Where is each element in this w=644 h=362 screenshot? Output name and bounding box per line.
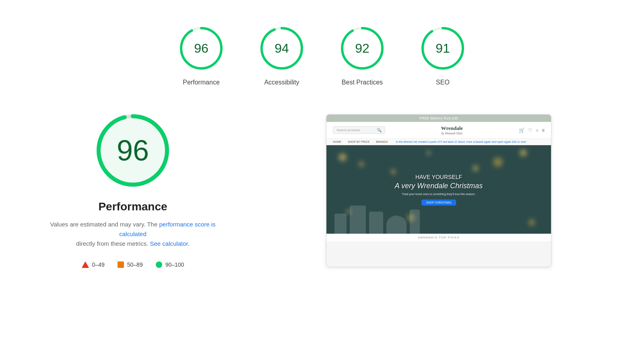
score-card-best-practices[interactable]: 92 Best Practices	[338, 24, 386, 86]
legend-high: 90–100	[156, 261, 184, 268]
score-value-seo: 91	[436, 41, 450, 56]
score-circle-best-practices: 92	[338, 24, 386, 72]
product-silhouettes	[326, 202, 551, 234]
site-icons: 🛒 ♡ ○ ≡	[519, 128, 545, 133]
product-item-4	[386, 216, 407, 234]
main-content: 96 Performance Values are estimated and …	[0, 86, 644, 268]
hero-cta-btn[interactable]: SHOP CHRISTMAS	[421, 200, 456, 206]
product-item-2	[350, 206, 366, 234]
bokeh-9	[427, 151, 430, 154]
site-logo-container: Wrendale by Hannah Dale	[441, 125, 463, 135]
site-logo-sub: by Hannah Dale	[441, 132, 463, 135]
cart-icon[interactable]: 🛒	[519, 128, 525, 133]
footer-label-text: HANNAH'S TOP PICKS	[418, 236, 459, 239]
product-item-3	[369, 212, 383, 234]
score-label-seo: SEO	[436, 79, 450, 86]
score-label-performance: Performance	[183, 79, 220, 86]
wishlist-icon[interactable]: ♡	[528, 128, 533, 133]
legend-mid: 50–89	[118, 261, 143, 268]
site-banner-text: FREE delivery from £30	[419, 116, 458, 120]
square-icon	[118, 261, 124, 268]
product-item-1	[334, 214, 347, 234]
hero-line1: HAVE YOURSELF	[415, 174, 462, 180]
nav-item-home[interactable]: HOME	[333, 140, 341, 143]
website-preview: FREE delivery from £30 Search products 🔍…	[326, 114, 551, 267]
site-banner: FREE delivery from £30	[326, 115, 551, 122]
legend-low: 0–49	[82, 261, 105, 268]
score-value-accessibility: 94	[275, 41, 289, 56]
legend-row: 0–49 50–89 90–100	[82, 261, 184, 268]
site-hero: HAVE YOURSELF A very Wrendale Christmas …	[326, 145, 551, 234]
score-circle-performance: 96	[177, 24, 225, 72]
bokeh-10	[473, 165, 479, 171]
legend-mid-range: 50–89	[127, 261, 143, 268]
site-search-placeholder: Search products	[336, 128, 360, 132]
hero-line2: A very	[395, 182, 415, 190]
score-label-best-practices: Best Practices	[342, 79, 383, 86]
search-icon: 🔍	[377, 128, 382, 132]
score-value-best-practices: 92	[355, 41, 369, 56]
bokeh-3	[520, 149, 527, 156]
score-label-accessibility: Accessibility	[264, 79, 299, 86]
menu-icon[interactable]: ≡	[542, 128, 545, 133]
account-icon[interactable]: ○	[536, 128, 539, 133]
big-score-circle: 96	[93, 110, 173, 191]
score-card-performance[interactable]: 96 Performance	[177, 24, 225, 86]
site-logo: Wrendale	[441, 125, 463, 132]
nav-item-brands[interactable]: BRANDS	[376, 140, 388, 143]
bokeh-4	[493, 157, 503, 167]
bokeh-2	[359, 161, 364, 167]
description-prefix: Values are estimated and may vary. The	[50, 221, 159, 228]
triangle-icon	[82, 261, 89, 268]
site-footer-label: HANNAH'S TOP PICKS	[326, 234, 551, 241]
right-panel: FREE delivery from £30 Search products 🔍…	[266, 110, 612, 267]
left-panel: 96 Performance Values are estimated and …	[32, 110, 233, 268]
bokeh-1	[339, 153, 347, 161]
legend-low-range: 0–49	[92, 261, 105, 268]
site-header: Search products 🔍 Wrendale by Hannah Dal…	[326, 122, 551, 139]
circle-icon	[156, 261, 162, 268]
big-score-title: Performance	[98, 200, 167, 213]
score-circle-seo: 91	[419, 24, 467, 72]
big-score-value: 96	[117, 134, 149, 167]
score-card-seo[interactable]: 91 SEO	[419, 24, 467, 86]
calculator-link[interactable]: See calculator.	[150, 240, 189, 247]
hero-line3: Wrendale Christmas	[417, 182, 483, 190]
nav-item-shop[interactable]: SHOP BY PRICE	[348, 140, 369, 143]
description-text: Values are estimated and may vary. The p…	[36, 220, 229, 249]
promo-text: in the director we created a pack of 5 r…	[396, 140, 526, 143]
site-search[interactable]: Search products 🔍	[333, 126, 385, 134]
product-item-5	[410, 210, 420, 234]
description-middle: directly from these metrics.	[76, 240, 148, 247]
site-nav: HOME SHOP BY PRICE BRANDS in the directo…	[326, 139, 551, 145]
site-hero-text: HAVE YOURSELF A very Wrendale Christmas …	[395, 173, 483, 206]
score-cards-row: 96 Performance 94 Accessibility 92 Best …	[0, 0, 644, 86]
hero-sub: Treat your loved ones to something they'…	[395, 193, 483, 195]
score-value-performance: 96	[194, 41, 208, 56]
score-card-accessibility[interactable]: 94 Accessibility	[258, 24, 306, 86]
legend-high-range: 90–100	[165, 261, 184, 268]
score-circle-accessibility: 94	[258, 24, 306, 72]
